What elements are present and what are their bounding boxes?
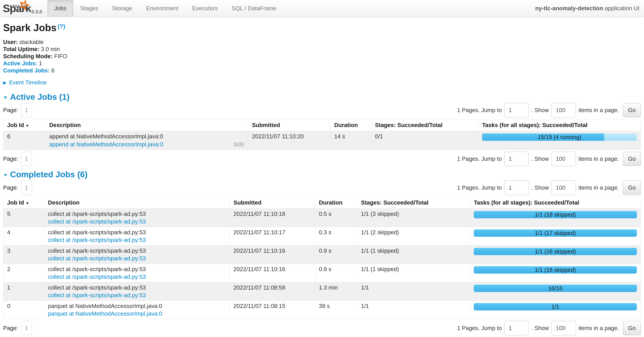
- job-submitted: 2022/11/07 11:10:18: [230, 209, 315, 227]
- kill-job-link[interactable]: (kill): [234, 141, 244, 148]
- uptime-value: 3.0 min: [41, 46, 60, 52]
- jump-to-page-input[interactable]: [504, 180, 529, 195]
- job-description-link[interactable]: collect at /spark-scripts/spark-ad.py:53: [48, 237, 146, 243]
- items-per-page-input[interactable]: [551, 180, 576, 195]
- active-jobs-heading[interactable]: ▼ Active Jobs (1): [3, 93, 641, 101]
- chevron-right-icon: ▶: [3, 80, 6, 85]
- go-button[interactable]: Go: [623, 181, 641, 195]
- col-submitted[interactable]: Submitted: [248, 119, 330, 131]
- job-duration: 39 s: [315, 301, 357, 319]
- job-description-link[interactable]: parquet at NativeMethodAccessorImpl.java…: [48, 311, 162, 317]
- page-label: Page:: [3, 184, 18, 191]
- job-description-cell: parquet at NativeMethodAccessorImpl.java…: [44, 301, 230, 319]
- pages-count-text: 1 Pages. Jump to: [457, 325, 502, 332]
- job-id: 0: [3, 301, 44, 319]
- col-duration[interactable]: Duration: [315, 197, 357, 209]
- page-number-input[interactable]: [21, 321, 32, 335]
- job-submitted: 2022/11/07 11:10:16: [230, 264, 315, 282]
- completed-jobs-link[interactable]: Completed Jobs:: [3, 67, 50, 74]
- help-link[interactable]: (?): [58, 23, 65, 29]
- col-description[interactable]: Description: [44, 197, 230, 209]
- event-timeline-toggle[interactable]: ▶ Event Timeline: [3, 79, 641, 86]
- job-description: append at NativeMethodAccessorImpl.java:…: [49, 133, 244, 140]
- pagination-controls: 1 Pages. Jump to . Show items in a page.…: [457, 103, 641, 117]
- job-description-link[interactable]: collect at /spark-scripts/spark-ad.py:53: [48, 255, 146, 262]
- summary-user: User: stackable: [3, 38, 641, 45]
- pages-count-text: 1 Pages. Jump to: [457, 107, 502, 113]
- tab-stages[interactable]: Stages: [74, 0, 105, 17]
- uptime-label: Total Uptime:: [3, 46, 39, 52]
- job-stages: 1/1: [357, 282, 470, 301]
- jump-to-page-input[interactable]: [504, 152, 529, 166]
- page-number-input[interactable]: [21, 181, 32, 195]
- page-number-input[interactable]: [21, 152, 32, 166]
- tab-jobs[interactable]: Jobs: [47, 0, 74, 17]
- go-button[interactable]: Go: [623, 103, 641, 117]
- tab-storage[interactable]: Storage: [105, 0, 139, 17]
- event-timeline-label: Event Timeline: [9, 79, 46, 86]
- spark-logo[interactable]: APACHE Spark 3.3.0: [0, 0, 47, 17]
- col-duration[interactable]: Duration: [330, 119, 371, 131]
- job-stages: 0/1: [371, 131, 478, 150]
- items-per-page-input[interactable]: [551, 321, 576, 336]
- active-job-row: 6 append at NativeMethodAccessorImpl.jav…: [3, 131, 641, 150]
- tab-environment[interactable]: Environment: [139, 0, 185, 17]
- active-jobs-link[interactable]: Active Jobs:: [3, 60, 37, 66]
- job-tasks-cell: 1/1: [470, 301, 641, 319]
- pagination-controls: 1 Pages. Jump to . Show items in a page.…: [457, 152, 641, 166]
- job-description-link[interactable]: collect at /spark-scripts/spark-ad.py:53: [48, 274, 146, 280]
- summary-active-jobs: Active Jobs: 1: [3, 60, 641, 67]
- application-title-suffix: application UI: [603, 5, 640, 11]
- col-tasks[interactable]: Tasks (for all stages): Succeeded/Total: [478, 119, 641, 131]
- job-description-link[interactable]: collect at /spark-scripts/spark-ad.py:53: [48, 218, 146, 225]
- job-duration: 0.5 s: [315, 209, 357, 227]
- job-description-link[interactable]: collect at /spark-scripts/spark-ad.py:53: [48, 292, 146, 299]
- chevron-down-icon: ▼: [3, 171, 8, 179]
- tasks-progress-label: 1/1 (16 skipped): [474, 248, 637, 255]
- tasks-progress-bar: 1/1 (17 skipped): [474, 229, 637, 237]
- job-tasks-cell: 1/1 (16 skipped): [470, 264, 641, 282]
- jump-to-page-input[interactable]: [504, 103, 529, 117]
- job-id: 4: [3, 227, 44, 245]
- go-button[interactable]: Go: [623, 321, 641, 335]
- job-description: collect at /spark-scripts/spark-ad.py:53: [48, 229, 226, 236]
- tasks-progress-bar: 1/1 (16 skipped): [474, 248, 637, 255]
- jump-to-page-input[interactable]: [504, 321, 529, 336]
- tasks-progress-label: 1/1 (17 skipped): [474, 229, 637, 237]
- pagination-bar: Page: 1 Pages. Jump to . Show items in a…: [3, 152, 641, 166]
- go-button[interactable]: Go: [623, 152, 641, 166]
- pagination-bar: Page: 1 Pages. Jump to . Show items in a…: [3, 321, 641, 336]
- col-job-id[interactable]: Job Id▼: [3, 119, 46, 131]
- tasks-progress-label: 15/19 (4 running): [482, 133, 637, 141]
- job-tasks-cell: 1/1 (16 skipped): [470, 245, 641, 264]
- col-stages[interactable]: Stages: Succeeded/Total: [371, 119, 478, 131]
- items-per-page-input[interactable]: [551, 103, 576, 117]
- page-title: Spark Jobs(?): [3, 22, 641, 34]
- job-duration: 0.8 s: [315, 264, 357, 282]
- summary-uptime: Total Uptime: 3.0 min: [3, 45, 641, 53]
- job-description-link[interactable]: append at NativeMethodAccessorImpl.java:…: [49, 141, 163, 148]
- completed-job-row: 3 collect at /spark-scripts/spark-ad.py:…: [3, 245, 641, 264]
- job-id: 2: [3, 264, 44, 282]
- job-stages: 1/1 (3 skipped): [357, 209, 470, 227]
- job-submitted: 2022/11/07 11:10:16: [230, 245, 315, 264]
- job-submitted: 2022/11/07 11:10:17: [230, 227, 315, 245]
- job-stages: 1/1 (1 skipped): [357, 245, 470, 264]
- pages-count-text: 1 Pages. Jump to: [457, 184, 502, 191]
- col-submitted[interactable]: Submitted: [230, 197, 315, 209]
- table-header-row: Job Id▼ Description Submitted Duration S…: [3, 119, 641, 131]
- col-description[interactable]: Description: [45, 119, 248, 131]
- tab-executors[interactable]: Executors: [185, 0, 225, 17]
- items-per-page-input[interactable]: [551, 152, 576, 166]
- show-text: . Show: [531, 325, 549, 332]
- completed-jobs-heading[interactable]: ▼ Completed Jobs (6): [3, 170, 641, 179]
- tab-sql-dataframe[interactable]: SQL / DataFrame: [225, 0, 283, 17]
- job-duration: 1.3 min: [315, 282, 357, 301]
- col-tasks[interactable]: Tasks (for all stages): Succeeded/Total: [470, 197, 641, 209]
- page-number-input[interactable]: [21, 103, 32, 117]
- completed-job-row: 4 collect at /spark-scripts/spark-ad.py:…: [3, 227, 641, 245]
- col-job-id[interactable]: Job Id▼: [3, 197, 44, 209]
- col-stages[interactable]: Stages: Succeeded/Total: [357, 197, 470, 209]
- active-jobs-table: Job Id▼ Description Submitted Duration S…: [3, 119, 641, 150]
- pagination-controls: 1 Pages. Jump to . Show items in a page.…: [457, 180, 641, 195]
